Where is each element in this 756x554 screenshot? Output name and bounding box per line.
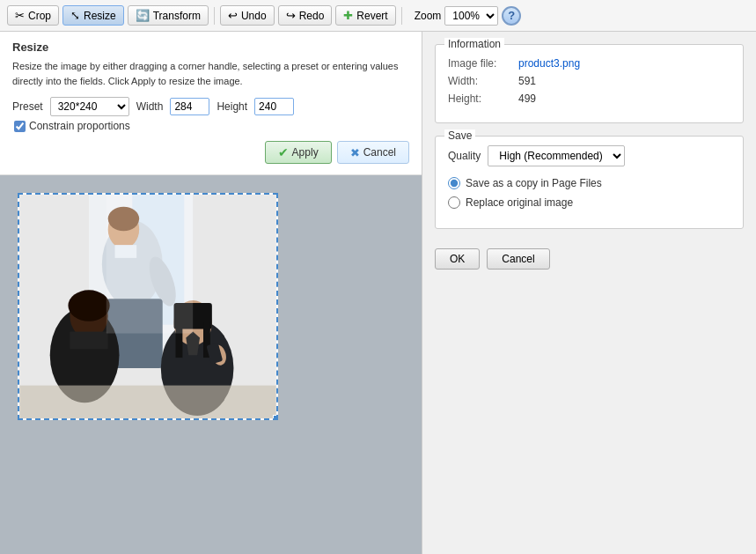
resize-title: Resize	[12, 41, 409, 54]
left-panel: Resize Resize the image by either draggi…	[0, 32, 422, 554]
resize-handle[interactable]	[273, 415, 278, 420]
save-copy-row: Save as a copy in Page Files	[448, 177, 730, 189]
zoom-label: Zoom	[415, 10, 442, 22]
crop-button[interactable]: ✂ Crop	[7, 5, 59, 26]
information-title: Information	[444, 38, 504, 50]
width-label: Width	[136, 100, 164, 113]
resize-button[interactable]: ⤡ Resize	[62, 5, 124, 26]
cancel-x-icon: ✖	[350, 146, 360, 159]
transform-icon: 🔄	[136, 9, 150, 22]
info-width-value: 591	[518, 75, 536, 87]
image-file-label: Image file:	[448, 57, 518, 70]
bottom-buttons: OK Cancel	[435, 248, 744, 270]
undo-label: Undo	[241, 10, 267, 22]
apply-button[interactable]: ✔ Apply	[265, 141, 332, 164]
redo-icon: ↪	[286, 9, 296, 22]
crop-label: Crop	[28, 10, 51, 22]
save-box: Save Quality High (Recommended) Low Medi…	[435, 136, 744, 229]
svg-point-11	[68, 290, 109, 321]
controls-row: Preset 320*240 Original 640*480 800*600 …	[12, 97, 409, 116]
replace-original-radio[interactable]	[448, 196, 460, 209]
crop-icon: ✂	[15, 9, 25, 22]
separator1	[214, 7, 215, 25]
height-row: Height: 499	[448, 92, 730, 105]
photo-svg	[19, 195, 276, 418]
replace-original-row: Replace original image	[448, 196, 730, 209]
apply-checkmark-icon: ✔	[278, 145, 289, 159]
zoom-select[interactable]: 100% 25% 50% 75% 150% 200%	[444, 6, 498, 26]
redo-button[interactable]: ↪ Redo	[278, 5, 333, 26]
apply-label: Apply	[292, 146, 319, 159]
image-canvas	[0, 175, 422, 554]
image-file-row: Image file: product3.png	[448, 57, 730, 70]
resize-icon: ⤡	[70, 9, 80, 22]
height-label: Height	[217, 100, 247, 113]
resize-panel: Resize Resize the image by either draggi…	[0, 32, 422, 175]
resize-description: Resize the image by either dragging a co…	[12, 59, 409, 88]
separator2	[401, 7, 402, 25]
info-table: Image file: product3.png Width: 591 Heig…	[448, 57, 730, 105]
cancel-save-button[interactable]: Cancel	[487, 248, 549, 270]
right-panel: Information Image file: product3.png Wid…	[422, 32, 756, 554]
svg-rect-21	[19, 386, 275, 418]
replace-original-label[interactable]: Replace original image	[466, 196, 573, 209]
constrain-label[interactable]: Constrain proportions	[29, 120, 130, 132]
height-input[interactable]	[254, 98, 294, 115]
info-height-value: 499	[518, 92, 536, 105]
save-copy-radio[interactable]	[448, 177, 460, 189]
undo-icon: ↩	[228, 9, 238, 22]
help-button[interactable]: ?	[502, 6, 521, 26]
quality-label: Quality	[448, 150, 481, 162]
action-row: ✔ Apply ✖ Cancel	[12, 141, 409, 164]
information-box: Information Image file: product3.png Wid…	[435, 44, 744, 123]
save-copy-label[interactable]: Save as a copy in Page Files	[466, 177, 602, 189]
resize-label: Resize	[84, 10, 116, 22]
help-icon: ?	[508, 9, 515, 22]
toolbar: ✂ Crop ⤡ Resize 🔄 Transform ↩ Undo ↪ Red…	[0, 0, 756, 32]
redo-label: Redo	[299, 10, 325, 22]
preset-select[interactable]: 320*240 Original 640*480 800*600 1024*76…	[50, 97, 129, 116]
preset-label: Preset	[12, 100, 43, 113]
svg-rect-22	[106, 195, 193, 334]
save-title: Save	[444, 129, 475, 142]
revert-button[interactable]: ✚ Revert	[335, 5, 395, 26]
svg-rect-12	[70, 332, 107, 350]
image-file-value: product3.png	[518, 57, 580, 70]
ok-button[interactable]: OK	[435, 248, 480, 270]
revert-icon: ✚	[343, 9, 353, 22]
cancel-resize-button[interactable]: ✖ Cancel	[337, 141, 409, 164]
main-area: Resize Resize the image by either draggi…	[0, 32, 756, 554]
constrain-row: Constrain proportions	[14, 120, 409, 132]
cancel-resize-label: Cancel	[363, 146, 396, 159]
transform-label: Transform	[153, 10, 201, 22]
width-input[interactable]	[170, 98, 209, 115]
revert-label: Revert	[356, 10, 387, 22]
undo-button[interactable]: ↩ Undo	[220, 5, 275, 26]
width-row: Width: 591	[448, 75, 730, 87]
info-width-label: Width:	[448, 75, 518, 87]
ok-label: OK	[450, 253, 465, 265]
transform-button[interactable]: 🔄 Transform	[128, 5, 209, 26]
image-container	[18, 193, 278, 420]
cancel-save-label: Cancel	[502, 253, 534, 265]
constrain-checkbox[interactable]	[14, 121, 26, 132]
info-height-label: Height:	[448, 92, 518, 105]
quality-select[interactable]: High (Recommended) Low Medium Maximum	[488, 145, 625, 166]
quality-row: Quality High (Recommended) Low Medium Ma…	[448, 145, 730, 166]
